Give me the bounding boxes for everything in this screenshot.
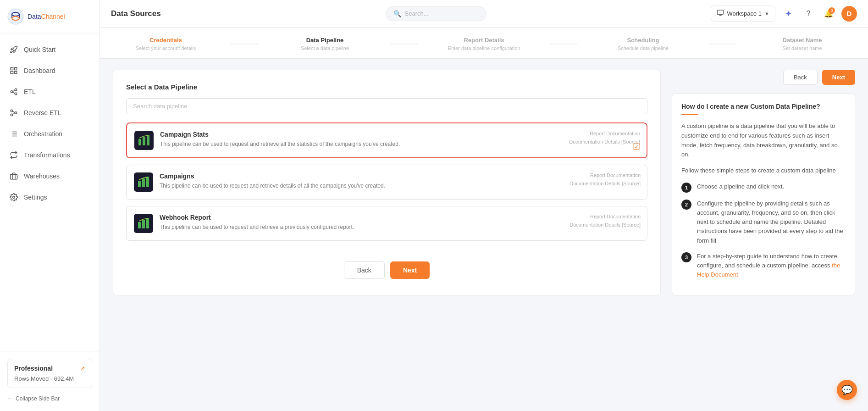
back-button-bottom[interactable]: Back xyxy=(344,261,385,279)
report-documentation-link[interactable]: Report Documentation xyxy=(569,130,640,138)
info-title: How do I create a new Custom Data Pipeli… xyxy=(681,103,846,110)
step-pipeline-sublabel: Select a data pipeline xyxy=(301,45,349,51)
svg-point-16 xyxy=(11,114,13,116)
svg-rect-30 xyxy=(138,222,141,228)
svg-rect-24 xyxy=(138,139,141,145)
info-step-1: 1 Choose a pipeline and click next. xyxy=(681,182,846,193)
svg-rect-6 xyxy=(15,67,17,70)
pipeline-name: Webhook Report xyxy=(160,214,640,221)
workspace-selector[interactable]: Workspace 1 ▼ xyxy=(711,6,775,22)
svg-line-12 xyxy=(13,90,15,92)
section-title: Select a Data Pipeline xyxy=(126,83,647,91)
search-bar[interactable]: 🔍 xyxy=(386,6,487,21)
search-input[interactable] xyxy=(405,10,474,17)
step-pipeline-label: Data Pipeline xyxy=(306,37,344,44)
pipeline-search-input[interactable] xyxy=(126,98,647,114)
workspace-icon xyxy=(717,9,724,18)
svg-rect-8 xyxy=(15,72,17,74)
svg-point-15 xyxy=(11,110,13,112)
logo-text: DataChannel xyxy=(28,13,65,20)
step-report-sublabel: Enter data pipeline configuration xyxy=(448,45,520,51)
step-text-2: Configure the pipeline by providing deta… xyxy=(697,199,846,245)
help-button[interactable]: ? xyxy=(801,6,816,21)
pipeline-name: Campaigns xyxy=(160,172,640,180)
sparkle-button[interactable]: ✦ xyxy=(781,6,796,21)
step-report-label: Report Details xyxy=(464,37,504,44)
sidebar-bottom: Professional ↗ Rows Moved - 692.4M ← Col… xyxy=(0,351,100,411)
step-scheduling-sublabel: Schedule data pipeline xyxy=(618,45,669,51)
info-steps-list: 1 Choose a pipeline and click next. 2 Co… xyxy=(681,182,846,279)
sidebar-item-settings[interactable]: Settings xyxy=(0,187,100,208)
collapse-sidebar-button[interactable]: ← Collapse Side Bar xyxy=(7,394,92,404)
pipeline-name: Campaign Stats xyxy=(160,131,639,138)
transformations-icon xyxy=(9,150,18,160)
sidebar-item-quick-start[interactable]: Quick Start xyxy=(0,39,100,60)
chevron-down-icon: ▼ xyxy=(764,11,769,17)
sidebar-item-transformations[interactable]: Transformations xyxy=(0,144,100,166)
sidebar-item-label: Orchestration xyxy=(24,130,62,138)
documentation-details-link[interactable]: Documentation Details [Source] xyxy=(569,221,641,229)
right-panel: Back Next How do I create a new Custom D… xyxy=(672,70,855,295)
pipeline-item-campaign-stats[interactable]: Campaign Stats This pipeline can be used… xyxy=(126,122,647,158)
avatar[interactable]: D xyxy=(841,6,857,22)
topbar-center: 🔍 xyxy=(161,6,711,21)
svg-rect-7 xyxy=(11,72,13,74)
help-document-link[interactable]: the Help Document. xyxy=(697,262,840,278)
svg-point-14 xyxy=(15,112,17,114)
sidebar-item-reverse-etl[interactable]: Reverse ETL xyxy=(0,102,100,123)
pipeline-item-webhook-report[interactable]: Webhook Report This pipeline can be used… xyxy=(126,206,647,241)
external-link-icon[interactable]: ↗ xyxy=(80,365,85,372)
svg-rect-26 xyxy=(147,135,149,145)
sidebar-item-dashboard[interactable]: Dashboard xyxy=(0,60,100,81)
notifications-button[interactable]: 🔔 3 xyxy=(821,6,836,21)
info-step-3: 3 For a step-by-step guide to understand… xyxy=(681,252,846,279)
help-icon: ? xyxy=(807,10,811,18)
documentation-details-link[interactable]: Documentation Details [Source] xyxy=(569,138,640,146)
info-desc-1: A custom pipeline is a data pipeline tha… xyxy=(681,122,846,160)
next-button-top[interactable]: Next xyxy=(822,70,855,85)
topbar: Data Sources 🔍 Workspace 1 ▼ ✦ xyxy=(100,0,868,28)
step-dataset-sublabel: Set dataset name xyxy=(782,45,822,51)
report-documentation-link[interactable]: Report Documentation xyxy=(569,172,641,180)
orchestration-icon xyxy=(9,129,18,139)
plan-name: Professional xyxy=(14,365,53,372)
pipeline-item-header: Campaigns This pipeline can be used to r… xyxy=(134,172,640,192)
pipeline-item-header: Campaign Stats This pipeline can be used… xyxy=(134,131,639,150)
pipeline-description: This pipeline can be used to request and… xyxy=(160,140,639,148)
pipeline-item-info: Webhook Report This pipeline can be used… xyxy=(160,214,640,231)
sidebar-item-label: ETL xyxy=(24,88,36,95)
step-credentials-label: Credentials xyxy=(149,37,182,44)
svg-rect-31 xyxy=(142,220,145,228)
svg-rect-32 xyxy=(146,218,149,228)
sidebar-item-etl[interactable]: ETL xyxy=(0,81,100,102)
sidebar-item-warehouses[interactable]: Warehouses xyxy=(0,166,100,187)
sidebar-item-label: Settings xyxy=(24,194,47,201)
documentation-details-link[interactable]: Documentation Details [Source] xyxy=(569,180,641,188)
main-content: Data Sources 🔍 Workspace 1 ▼ ✦ xyxy=(100,0,868,411)
next-button-bottom[interactable]: Next xyxy=(390,261,430,279)
step-number-3: 3 xyxy=(681,252,691,262)
svg-point-20 xyxy=(13,196,15,199)
info-step-2: 2 Configure the pipeline by providing de… xyxy=(681,199,846,245)
svg-point-9 xyxy=(11,91,13,93)
chat-fab-button[interactable]: 💬 xyxy=(837,380,857,400)
step-text-3: For a step-by-step guide to understand h… xyxy=(697,252,846,279)
topbar-right: Workspace 1 ▼ ✦ ? 🔔 3 D xyxy=(711,6,857,22)
collapse-label: Collapse Side Bar xyxy=(16,395,60,402)
plan-header: Professional ↗ xyxy=(14,365,85,372)
grid-icon xyxy=(9,66,18,75)
wizard-steps: Credentials Select your account details … xyxy=(100,28,868,59)
warehouses-icon xyxy=(9,172,18,181)
sidebar-item-label: Quick Start xyxy=(24,46,55,53)
report-documentation-link[interactable]: Report Documentation xyxy=(569,213,641,221)
pipeline-item-campaigns[interactable]: Campaigns This pipeline can be used to r… xyxy=(126,165,647,200)
back-button-top[interactable]: Back xyxy=(783,70,818,85)
sidebar-item-orchestration[interactable]: Orchestration xyxy=(0,123,100,144)
left-arrow-icon: ← xyxy=(7,395,13,402)
wizard-step-dataset-name: Dataset Name Set dataset name xyxy=(736,37,868,51)
step-dataset-label: Dataset Name xyxy=(783,37,822,44)
svg-line-17 xyxy=(13,111,15,113)
wizard-step-scheduling: Scheduling Schedule data pipeline xyxy=(577,37,709,51)
plan-rows: Rows Moved - 692.4M xyxy=(14,375,74,382)
step-text-1: Choose a pipeline and click next. xyxy=(697,182,784,191)
